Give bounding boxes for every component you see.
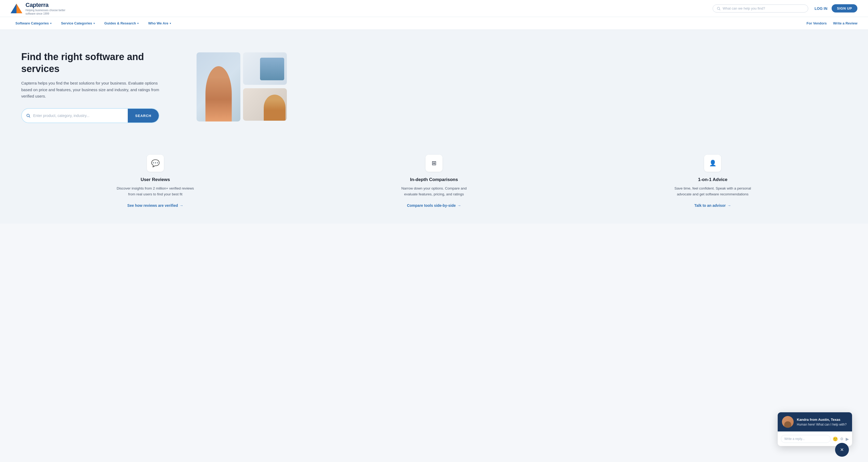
hero-left: Find the right software and services Cap… [21, 51, 181, 123]
nav-item-who-we-are[interactable]: Who We Are ▾ [144, 17, 176, 30]
feature-card-comparisons: ⊞ In-depth Comparisons Narrow down your … [300, 155, 568, 208]
nav-for-vendors[interactable]: For Vendors [807, 21, 827, 25]
features-section: 💬 User Reviews Discover insights from 2 … [0, 141, 868, 224]
logo[interactable]: Capterra Helping businesses choose bette… [11, 2, 68, 16]
chevron-down-icon: ▾ [50, 22, 52, 25]
svg-point-3 [717, 7, 719, 9]
feature-card-user-reviews: 💬 User Reviews Discover insights from 2 … [21, 155, 289, 208]
logo-text: Capterra Helping businesses choose bette… [26, 2, 68, 16]
person-icon: 👤 [709, 160, 716, 167]
hero-search-icon [26, 113, 31, 118]
user-reviews-icon-box: 💬 [147, 155, 164, 172]
nav-write-review[interactable]: Write a Review [833, 21, 857, 25]
grid-icon: ⊞ [432, 160, 436, 167]
chat-icon: 💬 [151, 159, 160, 168]
logo-tagline: Helping businesses choose better softwar… [26, 8, 68, 16]
hero-description: Capterra helps you find the best solutio… [21, 80, 159, 100]
nav-right: For Vendors Write a Review [807, 21, 857, 25]
header: Capterra Helping businesses choose bette… [0, 0, 868, 17]
nav-item-service-categories[interactable]: Service Categories ▾ [56, 17, 100, 30]
chevron-down-icon: ▾ [170, 22, 171, 25]
comparisons-link[interactable]: Compare tools side-by-side → [407, 203, 461, 208]
svg-point-5 [27, 114, 29, 117]
hero-title: Find the right software and services [21, 51, 181, 75]
hero-section: Find the right software and services Cap… [0, 30, 868, 141]
navigation-bar: Software Categories ▾ Service Categories… [0, 17, 868, 30]
feature-card-advisor: 👤 1-on-1 Advice Save time, feel confiden… [579, 155, 847, 208]
comparisons-description: Narrow down your options. Compare and ev… [394, 185, 474, 197]
hero-search-inner [22, 111, 128, 121]
hero-image-worker [243, 88, 287, 121]
chevron-down-icon: ▾ [93, 22, 95, 25]
hero-search-bar: SEARCH [21, 108, 159, 123]
hero-search-input[interactable] [33, 114, 124, 118]
comparisons-title: In-depth Comparisons [410, 177, 458, 182]
svg-marker-1 [11, 4, 17, 13]
advisor-description: Save time, feel confident. Speak with a … [673, 185, 752, 197]
advisor-link[interactable]: Talk to an advisor → [694, 203, 731, 208]
user-reviews-title: User Reviews [141, 177, 170, 182]
header-search-wrapper [713, 4, 808, 12]
svg-line-6 [29, 116, 30, 117]
svg-line-4 [719, 9, 720, 10]
header-search-container [713, 4, 808, 12]
hero-images-grid [196, 52, 287, 121]
hero-image-consultation [243, 52, 287, 85]
advisor-title: 1-on-1 Advice [698, 177, 727, 182]
nav-left: Software Categories ▾ Service Categories… [11, 17, 807, 30]
header-search-input[interactable] [723, 6, 804, 10]
nav-item-guides-research[interactable]: Guides & Research ▾ [100, 17, 144, 30]
capterra-logo-icon [11, 4, 22, 13]
login-button[interactable]: LOG IN [815, 6, 827, 11]
user-reviews-link[interactable]: See how reviews are verified → [127, 203, 183, 208]
header-search-icon [717, 6, 721, 11]
user-reviews-description: Discover insights from 2 million+ verifi… [116, 185, 195, 197]
signup-button[interactable]: SIGN UP [832, 4, 857, 12]
hero-image-woman [196, 52, 240, 121]
logo-brand: Capterra [26, 2, 68, 8]
chevron-down-icon: ▾ [137, 22, 138, 25]
comparisons-icon-box: ⊞ [426, 155, 442, 172]
hero-search-button[interactable]: SEARCH [128, 109, 159, 122]
header-actions: LOG IN SIGN UP [815, 4, 857, 12]
nav-item-software-categories[interactable]: Software Categories ▾ [11, 17, 56, 30]
advisor-icon-box: 👤 [704, 155, 721, 172]
